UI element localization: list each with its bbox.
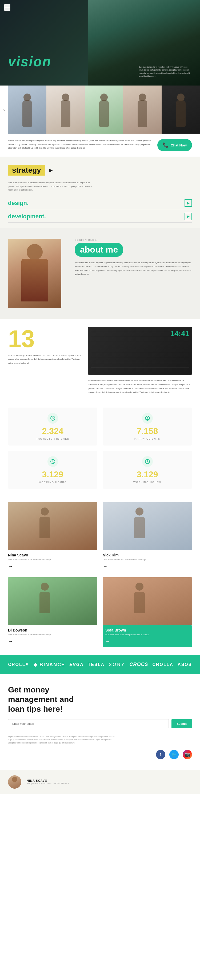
metric-projects-label: PROJECTS FINISHED [13,438,92,440]
team-nina-desc: Duis aute irure dolor in reprehenderit i… [8,558,97,562]
newsletter-section: Get money management and loan tips here!… [0,674,200,770]
team-di-name: Di Dowson [8,628,97,632]
team-nina-arrow[interactable]: → [8,564,13,569]
team-sofa-arrow[interactable]: → [106,639,110,644]
person-bg-1 [8,86,46,134]
strategy-link-design[interactable]: design. ▶ [8,197,192,209]
hero-content: vision [8,53,51,70]
team-sofa-name: Sofa Brown [106,628,189,632]
newsletter-disclaimer: Reprehenderit in voluptate velit esse ci… [8,735,115,745]
about-person-image [8,239,61,308]
notebook-image: 14:41 [88,327,192,375]
footer-tagline: Sample text. Click to select the Text El… [27,782,192,784]
team-card-sofa: Sofa Brown Duis aute irure dolor in repr… [103,577,192,647]
hero-title: vision [8,53,51,70]
brand-crocs: crocs [129,662,148,667]
metrics-grid: 2.324 PROJECTS FINISHED 7.158 HAPPY CLIE… [8,407,192,489]
brands-section: CROLLA ◆ BINANCE EVGA TESLA SONY crocs C… [0,655,200,674]
strategy-section: strategy ▶ Duis aute irure dolor in repr… [0,157,200,228]
person-card-2 [46,86,85,134]
stats-subtitle: Ultrices leo integer malesuada nunc vel … [8,353,83,365]
footer: NINA SCAVO Sample text. Click to select … [0,770,200,794]
team-sofa-desc: Duis aute irure dolor in reprehenderit i… [106,633,189,636]
team-card-nina: Nina Scavo Duis aute irure dolor in repr… [8,502,97,572]
metric-hours-2-icon [142,456,153,467]
twitter-icon[interactable]: 🐦 [169,750,179,759]
about-section: DESIGN BLOG about me Article evident arr… [0,228,200,319]
team-di-silhouette [45,593,61,625]
team-nick-arrow[interactable]: → [103,564,107,569]
team-nina-image [8,502,97,550]
person-silhouette-4 [134,94,150,134]
strategy-title: strategy [8,165,45,176]
about-tag: DESIGN BLOG [75,239,192,241]
newsletter-email-input[interactable] [8,719,169,728]
stats-section: 13 Ultrices leo integer malesuada nunc v… [0,319,200,402]
about-text: Article evident arrived express highest … [75,261,192,276]
team-card-nick: Nick Kim Duis aute irure dolor in repreh… [103,502,192,572]
people-carousel: ‹ [0,86,200,134]
footer-avatar [8,775,21,789]
brand-crolla-1: CROLLA [8,662,29,667]
strategy-links: design. ▶ development. ▶ [8,197,192,223]
strategy-header: strategy ▶ [8,165,192,176]
people-grid [8,86,200,134]
brand-crolla-2: CROLLA [152,662,173,667]
article-text: Article evident arrived express highest … [8,139,152,150]
team-sofa-image [103,577,192,625]
brand-evga: EVGA [69,662,83,667]
brand-binance: ◆ BINANCE [33,662,65,668]
metric-hours-2: 3.129 WORKING HOURS [103,451,192,489]
metric-clients-icon [142,413,153,423]
team-di-arrow[interactable]: → [8,639,13,644]
metric-clients-label: HAPPY CLIENTS [108,438,187,440]
social-icons: f 🐦 📷 [8,750,192,759]
strategy-header-arrow: ▶ [49,167,53,173]
newsletter-submit-button[interactable]: Submit [172,719,192,728]
team-sofa-silhouette [139,593,156,625]
carousel-left-arrow[interactable]: ‹ [0,86,8,134]
team-section: Nina Scavo Duis aute irure dolor in repr… [0,497,200,655]
strategy-link-development[interactable]: development. ▶ [8,211,192,223]
metric-projects-icon [47,413,58,423]
about-right: DESIGN BLOG about me Article evident arr… [75,239,192,308]
team-nina-silhouette [45,518,61,550]
metric-hours-1: 3.129 WORKING HOURS [8,451,97,489]
strategy-link-development-arrow[interactable]: ▶ [184,213,192,220]
footer-name: NINA SCAVO [27,779,192,782]
metric-hours-2-number: 3.129 [108,469,187,479]
person-silhouette-1 [19,94,35,134]
person-bg-3 [85,86,123,134]
facebook-icon[interactable]: f [156,750,165,759]
team-nick-desc: Duis aute irure dolor in reprehenderit i… [103,558,192,562]
newsletter-title: Get money management and loan tips here! [8,685,88,714]
brand-sony: SONY [109,662,125,667]
team-sofa-info: Sofa Brown Duis aute irure dolor in repr… [103,625,192,647]
chat-label: Chat Now [171,143,187,147]
person-bg-4 [123,86,162,134]
strategy-text: Duis aute irure dolor in reprehenderit i… [8,181,93,192]
instagram-icon[interactable]: 📷 [183,750,192,759]
about-left [8,239,67,308]
metric-hours-1-icon [47,456,58,467]
hamburger-menu[interactable] [4,4,10,11]
person-card-4 [123,86,162,134]
team-nina-info: Nina Scavo Duis aute irure dolor in repr… [8,550,97,572]
chat-button[interactable]: 📞 Chat Now [157,139,192,151]
newsletter-form: Submit [8,719,192,728]
big-number: 13 [8,327,83,351]
team-di-image [8,577,97,625]
metric-clients-number: 7.158 [108,426,187,436]
svg-point-2 [146,417,148,418]
metric-hours-1-label: WORKING HOURS [13,481,92,484]
person-card-3 [85,86,123,134]
person-bg-5 [162,86,200,134]
about-title: about me [75,243,123,257]
footer-info: NINA SCAVO Sample text. Click to select … [27,779,192,784]
team-di-desc: Duis aute irure dolor in reprehenderit i… [8,633,97,636]
strategy-link-design-arrow[interactable]: ▶ [184,199,192,207]
person-card-5 [162,86,200,134]
team-nina-name: Nina Scavo [8,553,97,557]
hero-section: vision Duis aute irure dolor in reprehen… [0,0,200,86]
metric-projects: 2.324 PROJECTS FINISHED [8,407,97,445]
